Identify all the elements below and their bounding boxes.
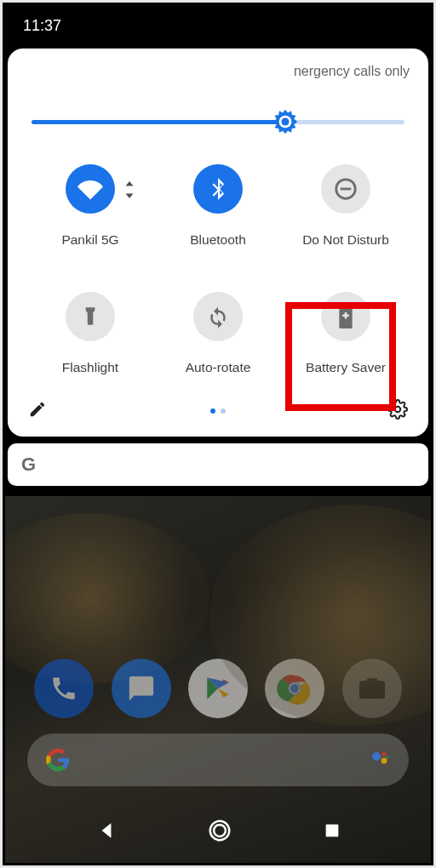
flashlight-icon <box>66 292 115 341</box>
app-dock <box>5 659 431 718</box>
messages-app-icon[interactable] <box>112 659 171 718</box>
page-dot-2 <box>221 408 226 414</box>
brightness-thumb-icon[interactable] <box>271 107 300 136</box>
phone-app-icon[interactable] <box>34 659 94 718</box>
edit-tiles-button[interactable] <box>28 400 47 422</box>
google-g-icon: G <box>21 454 36 476</box>
autorotate-icon <box>193 292 243 341</box>
play-store-icon[interactable] <box>188 659 248 718</box>
svg-point-5 <box>382 758 387 764</box>
tile-autorotate-label: Auto-rotate <box>186 360 251 375</box>
qs-tiles-grid: Pankil 5G Bluetooth Do Not Disturb Flash… <box>26 156 410 397</box>
page-indicator <box>210 408 226 414</box>
page-dot-1 <box>210 408 215 414</box>
svg-point-6 <box>386 756 388 758</box>
dnd-icon <box>321 164 370 214</box>
home-wallpaper <box>5 496 431 863</box>
svg-point-2 <box>290 683 300 694</box>
svg-rect-9 <box>325 825 338 837</box>
navigation-bar <box>5 808 431 856</box>
chevron-expand-icon[interactable] <box>124 181 135 202</box>
tile-dnd[interactable]: Do Not Disturb <box>282 164 410 248</box>
tile-wifi[interactable]: Pankil 5G <box>26 164 154 248</box>
battery-saver-icon <box>321 292 370 341</box>
status-bar: 11:37 <box>3 3 433 49</box>
brightness-slider[interactable] <box>32 106 404 137</box>
wifi-icon <box>66 164 115 214</box>
tile-flashlight-label: Flashlight <box>62 360 118 375</box>
nav-back-icon[interactable] <box>95 819 118 845</box>
status-time: 11:37 <box>23 17 61 35</box>
tile-wifi-label: Pankil 5G <box>61 232 118 248</box>
tile-dnd-label: Do Not Disturb <box>302 232 389 248</box>
bluetooth-icon <box>193 164 243 214</box>
svg-point-4 <box>382 751 386 756</box>
svg-point-1 <box>290 683 300 694</box>
svg-point-14 <box>395 407 400 412</box>
chrome-app-icon[interactable] <box>265 659 324 718</box>
svg-point-11 <box>281 117 289 125</box>
google-search-card[interactable]: G <box>8 443 428 486</box>
tile-bluetooth-label: Bluetooth <box>190 232 246 248</box>
google-logo-icon <box>46 748 70 772</box>
tile-bluetooth[interactable]: Bluetooth <box>154 164 282 248</box>
tile-battery-saver-label: Battery Saver <box>306 360 386 375</box>
assistant-icon <box>370 748 390 772</box>
home-search-bar[interactable] <box>27 734 409 786</box>
nav-home-icon[interactable] <box>207 818 232 847</box>
svg-point-3 <box>372 752 381 761</box>
nav-recents-icon[interactable] <box>323 821 341 843</box>
settings-button[interactable] <box>387 399 408 423</box>
tile-autorotate[interactable]: Auto-rotate <box>154 292 282 375</box>
qs-status-text: nergency calls only <box>26 64 410 103</box>
tile-flashlight[interactable]: Flashlight <box>26 292 154 375</box>
brightness-level <box>32 120 285 124</box>
camera-app-icon[interactable] <box>342 659 402 718</box>
svg-point-8 <box>214 825 226 837</box>
quick-settings-panel: nergency calls only Pankil 5G <box>8 49 428 437</box>
svg-point-0 <box>277 671 313 706</box>
tile-battery-saver[interactable]: Battery Saver <box>282 292 410 375</box>
